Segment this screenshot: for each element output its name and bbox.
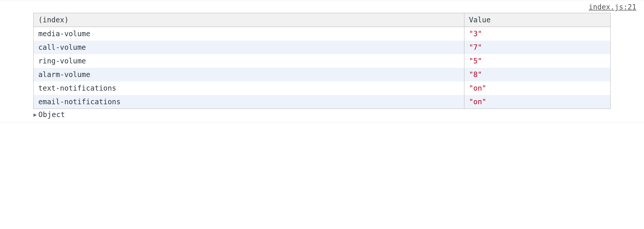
table-row[interactable]: alarm-volume "8" [34,68,611,81]
source-file: index.js [589,3,623,11]
table-row[interactable]: media-volume "3" [34,27,611,41]
string-literal: "5" [469,57,482,65]
cell-value: "on" [464,95,611,109]
object-label: Object [38,110,65,119]
string-literal: "3" [469,30,482,38]
cell-value: "8" [464,68,611,81]
cell-value: "7" [464,41,611,54]
table-row[interactable]: call-volume "7" [34,41,611,54]
cell-key: alarm-volume [34,68,464,81]
cell-key: text-notifications [34,81,464,95]
object-expander[interactable]: ▶ Object [0,109,644,119]
cell-value: "on" [464,81,611,95]
console-table-wrap: (index) Value media-volume "3" call-volu… [0,13,644,109]
string-literal: "7" [469,43,482,52]
cell-key: call-volume [34,41,464,54]
string-literal: "8" [469,70,482,79]
header-index[interactable]: (index) [34,13,464,27]
header-value[interactable]: Value [464,13,611,27]
source-link[interactable]: index.js:21 [589,3,636,11]
string-literal: "on" [469,84,486,92]
string-literal: "on" [469,98,486,106]
cell-key: ring-volume [34,54,464,68]
table-row[interactable]: email-notifications "on" [34,95,611,109]
table-header-row: (index) Value [34,13,611,27]
cell-value: "3" [464,27,611,41]
table-row[interactable]: ring-volume "5" [34,54,611,68]
table-row[interactable]: text-notifications "on" [34,81,611,95]
expand-triangle-icon: ▶ [33,111,37,118]
cell-key: media-volume [34,27,464,41]
cell-key: email-notifications [34,95,464,109]
source-location: index.js:21 [0,2,644,13]
console-table: (index) Value media-volume "3" call-volu… [33,13,611,109]
source-line: 21 [628,3,636,11]
console-log-entry: index.js:21 (index) Value media-volume "… [0,0,644,122]
cell-value: "5" [464,54,611,68]
